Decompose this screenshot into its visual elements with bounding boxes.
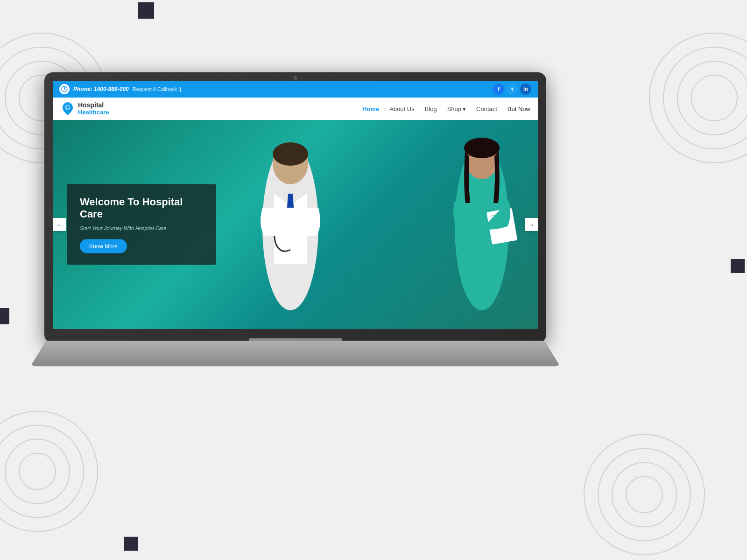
square-decoration-1 — [138, 2, 154, 19]
facebook-icon[interactable]: f — [493, 84, 504, 95]
laptop-screen: Phone: 1400-888-000 Request A Callback |… — [53, 81, 538, 329]
circle-group-right — [644, 28, 747, 168]
laptop-bezel: Phone: 1400-888-000 Request A Callback |… — [44, 72, 546, 343]
callback-text: Request A Callback || — [133, 86, 181, 92]
clock-icon — [59, 84, 70, 94]
hero-subtitle: Start Your Journey With Hospital Care — [80, 225, 203, 231]
chevron-down-icon: ▾ — [463, 105, 466, 112]
twitter-icon[interactable]: t — [507, 84, 518, 95]
hero-section: Welcome To Hospital Care Start Your Jour… — [53, 120, 538, 329]
nav-links: Home About Us Blog Shop ▾ Contact But No… — [362, 105, 530, 112]
nav-butnow[interactable]: But Now — [507, 105, 530, 112]
top-bar-left: Phone: 1400-888-000 Request A Callback |… — [59, 84, 181, 94]
laptop-wrapper: Phone: 1400-888-000 Request A Callback |… — [44, 72, 546, 366]
nav-shop[interactable]: Shop ▾ — [447, 105, 466, 112]
nav-blog[interactable]: Blog — [425, 105, 437, 112]
hero-doctors — [198, 120, 538, 329]
nav-home[interactable]: Home — [362, 105, 379, 112]
doctor-male-figure — [239, 133, 342, 329]
hero-title: Welcome To Hospital Care — [80, 196, 203, 221]
square-decoration-3 — [0, 308, 9, 324]
svg-point-11 — [464, 138, 500, 158]
logo[interactable]: Hospital Healthcare — [60, 101, 109, 116]
linkedin-icon[interactable]: in — [520, 84, 531, 95]
circle-group-bottom-right — [579, 429, 710, 560]
logo-icon — [60, 101, 75, 116]
laptop-camera — [294, 76, 297, 80]
slider-right-arrow[interactable]: → — [525, 218, 538, 231]
slider-left-arrow[interactable]: ← — [53, 218, 66, 231]
nav-about[interactable]: About Us — [389, 105, 414, 112]
square-decoration-4 — [124, 537, 138, 551]
doctor-female-figure — [433, 128, 531, 329]
logo-healthcare: Healthcare — [78, 109, 109, 116]
know-more-button[interactable]: Know More — [80, 239, 127, 253]
social-icons: f t in — [493, 84, 531, 95]
website-container: Phone: 1400-888-000 Request A Callback |… — [53, 81, 538, 329]
laptop-base — [30, 341, 560, 366]
phone-number: Phone: 1400-888-000 — [73, 86, 129, 92]
logo-hospital: Hospital — [78, 102, 109, 109]
svg-point-8 — [273, 142, 308, 166]
logo-text: Hospital Healthcare — [78, 102, 109, 116]
nav-contact[interactable]: Contact — [476, 105, 497, 112]
hero-content-box: Welcome To Hospital Care Start Your Jour… — [67, 184, 216, 265]
square-decoration-2 — [731, 259, 745, 273]
circle-group-bottom-left — [0, 406, 103, 537]
svg-rect-5 — [66, 106, 70, 108]
top-bar: Phone: 1400-888-000 Request A Callback |… — [53, 81, 538, 98]
nav-bar: Hospital Healthcare Home About Us Blog S… — [53, 98, 538, 120]
